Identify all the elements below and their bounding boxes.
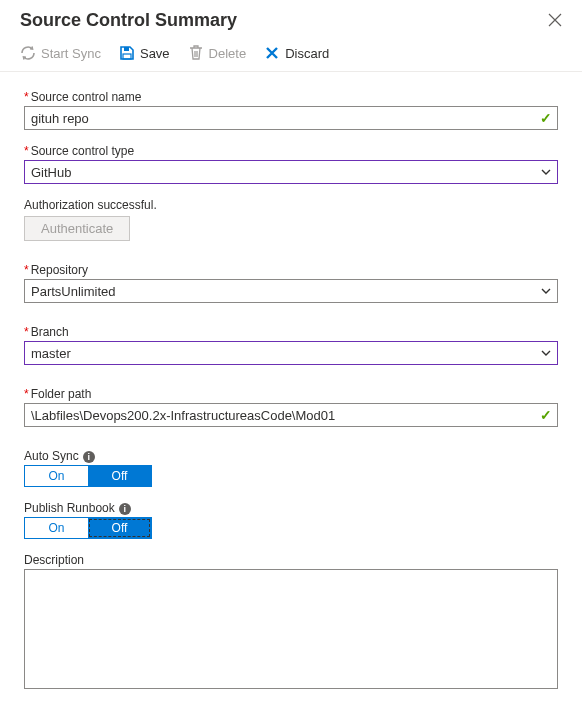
- field-auto-sync: Auto Synci On Off: [24, 449, 558, 487]
- field-branch: *Branch master: [24, 325, 558, 365]
- folder-path-input[interactable]: [24, 403, 558, 427]
- toolbar: Start Sync Save Delete Discard: [0, 39, 582, 72]
- folder-label: Folder path: [31, 387, 92, 401]
- auto-sync-toggle[interactable]: On Off: [24, 465, 152, 487]
- auto-sync-off[interactable]: Off: [88, 466, 151, 486]
- auto-sync-on[interactable]: On: [25, 466, 88, 486]
- branch-label: Branch: [31, 325, 69, 339]
- type-label: Source control type: [31, 144, 134, 158]
- required-marker: *: [24, 387, 29, 401]
- publish-on[interactable]: On: [25, 518, 88, 538]
- close-icon: [548, 13, 562, 27]
- source-control-type-select[interactable]: GitHub: [24, 160, 558, 184]
- field-folder-path: *Folder path ✓: [24, 387, 558, 427]
- field-description: Description: [24, 553, 558, 692]
- required-marker: *: [24, 263, 29, 277]
- field-source-control-name: *Source control name ✓: [24, 90, 558, 130]
- close-button[interactable]: [548, 12, 562, 30]
- field-publish-runbook: Publish Runbooki On Off: [24, 501, 558, 539]
- form-body: *Source control name ✓ *Source control t…: [0, 72, 582, 702]
- field-authorization: Authorization successful. Authenticate: [24, 198, 558, 241]
- required-marker: *: [24, 144, 29, 158]
- publish-runbook-toggle[interactable]: On Off: [24, 517, 152, 539]
- panel-header: Source Control Summary: [0, 0, 582, 39]
- authenticate-button: Authenticate: [24, 216, 130, 241]
- info-icon: i: [119, 503, 131, 515]
- panel-title: Source Control Summary: [20, 10, 237, 31]
- delete-icon: [188, 45, 204, 61]
- description-label: Description: [24, 553, 558, 567]
- publish-label: Publish Runbook: [24, 501, 115, 515]
- delete-button: Delete: [188, 45, 247, 61]
- save-label: Save: [140, 46, 170, 61]
- save-button[interactable]: Save: [119, 45, 170, 61]
- field-repository: *Repository PartsUnlimited: [24, 263, 558, 303]
- info-icon: i: [83, 451, 95, 463]
- sync-icon: [20, 45, 36, 61]
- name-label: Source control name: [31, 90, 142, 104]
- publish-off[interactable]: Off: [88, 518, 151, 538]
- required-marker: *: [24, 90, 29, 104]
- description-textarea[interactable]: [24, 569, 558, 689]
- discard-icon: [264, 45, 280, 61]
- repo-label: Repository: [31, 263, 88, 277]
- save-icon: [119, 45, 135, 61]
- discard-button[interactable]: Discard: [264, 45, 329, 61]
- source-control-name-input[interactable]: [24, 106, 558, 130]
- start-sync-label: Start Sync: [41, 46, 101, 61]
- repository-select[interactable]: PartsUnlimited: [24, 279, 558, 303]
- auth-status-text: Authorization successful.: [24, 198, 558, 212]
- svg-rect-0: [124, 47, 129, 51]
- start-sync-button: Start Sync: [20, 45, 101, 61]
- delete-label: Delete: [209, 46, 247, 61]
- field-source-control-type: *Source control type GitHub: [24, 144, 558, 184]
- required-marker: *: [24, 325, 29, 339]
- branch-select[interactable]: master: [24, 341, 558, 365]
- discard-label: Discard: [285, 46, 329, 61]
- autosync-label: Auto Sync: [24, 449, 79, 463]
